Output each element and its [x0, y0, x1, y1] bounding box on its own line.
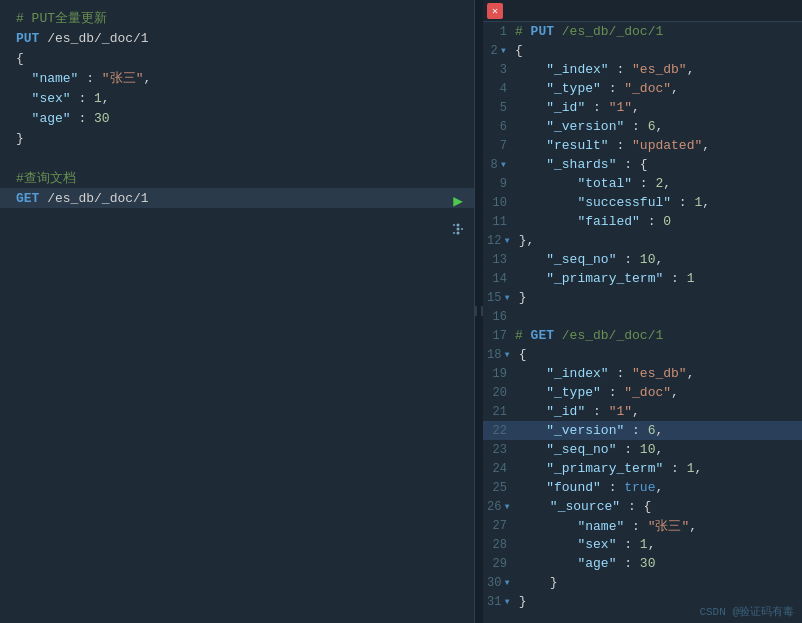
left-line-text: "age" : 30 — [16, 111, 110, 126]
right-code-line: 30 } — [483, 573, 802, 592]
line-number: 22 — [487, 424, 515, 438]
line-number: 7 — [487, 139, 515, 153]
line-number: 31 — [487, 594, 519, 609]
line-code-content: "_shards" : { — [515, 157, 648, 172]
right-code-line: 24 "_primary_term" : 1, — [483, 459, 802, 478]
line-number: 1 — [487, 25, 515, 39]
line-code-content: "result" : "updated", — [515, 138, 710, 153]
svg-point-0 — [457, 224, 460, 227]
line-number: 3 — [487, 63, 515, 77]
line-number: 29 — [487, 557, 515, 571]
left-code-line: PUT /es_db/_doc/1 — [0, 28, 474, 48]
left-toolbar: ▶ — [442, 185, 474, 245]
svg-point-1 — [457, 228, 460, 231]
http-method: PUT — [16, 31, 47, 46]
close-button[interactable]: ✕ — [487, 3, 503, 19]
right-code-area: 1# PUT /es_db/_doc/12{3 "_index" : "es_d… — [483, 22, 802, 623]
left-line-text: GET /es_db/_doc/1 — [16, 191, 149, 206]
config-button[interactable] — [446, 217, 470, 241]
line-code-content: "_type" : "_doc", — [515, 81, 679, 96]
line-number: 8 — [487, 157, 515, 172]
left-code-line: { — [0, 48, 474, 68]
right-code-line: 9 "total" : 2, — [483, 174, 802, 193]
right-code-line: 1# PUT /es_db/_doc/1 — [483, 22, 802, 41]
left-line-text: # PUT全量更新 — [16, 9, 107, 27]
right-code-line: 17# GET /es_db/_doc/1 — [483, 326, 802, 345]
right-code-line: 10 "successful" : 1, — [483, 193, 802, 212]
left-line-text: { — [16, 51, 24, 66]
line-number: 9 — [487, 177, 515, 191]
line-code-content: "age" : 30 — [515, 556, 655, 571]
line-number: 2 — [487, 43, 515, 58]
line-number: 4 — [487, 82, 515, 96]
left-line-text: #查询文档 — [16, 169, 76, 187]
line-number: 5 — [487, 101, 515, 115]
left-code-line: } — [0, 128, 474, 148]
line-code-content: "_version" : 6, — [515, 119, 663, 134]
line-code-content: # GET /es_db/_doc/1 — [515, 328, 663, 343]
svg-point-2 — [457, 232, 460, 235]
watermark: CSDN @验证码有毒 — [699, 604, 794, 619]
left-code-line: "age" : 30 — [0, 108, 474, 128]
line-code-content: "_index" : "es_db", — [515, 62, 694, 77]
line-code-content: "_id" : "1", — [515, 404, 640, 419]
right-code-line: 29 "age" : 30 — [483, 554, 802, 573]
left-line-text: } — [16, 131, 24, 146]
line-number: 30 — [487, 575, 519, 590]
line-code-content: # PUT /es_db/_doc/1 — [515, 24, 663, 39]
line-number: 11 — [487, 215, 515, 229]
line-code-content: "name" : "张三", — [515, 517, 697, 535]
line-code-content: { — [519, 347, 527, 362]
line-code-content: } — [519, 594, 527, 609]
line-code-content: "successful" : 1, — [515, 195, 710, 210]
http-path: /es_db/_doc/1 — [47, 31, 148, 46]
right-code-line: 14 "_primary_term" : 1 — [483, 269, 802, 288]
line-code-content: "total" : 2, — [515, 176, 671, 191]
right-code-line: 20 "_type" : "_doc", — [483, 383, 802, 402]
left-code-line: #查询文档 — [0, 168, 474, 188]
line-code-content: "_source" : { — [519, 499, 652, 514]
left-code-line: # PUT全量更新 — [0, 8, 474, 28]
run-button[interactable]: ▶ — [446, 189, 470, 213]
right-code-line: 8 "_shards" : { — [483, 155, 802, 174]
right-code-line: 4 "_type" : "_doc", — [483, 79, 802, 98]
line-code-content: "_seq_no" : 10, — [515, 442, 663, 457]
line-number: 25 — [487, 481, 515, 495]
line-number: 19 — [487, 367, 515, 381]
right-code-line: 22 "_version" : 6, — [483, 421, 802, 440]
line-number: 27 — [487, 519, 515, 533]
left-code-line: "name" : "张三", — [0, 68, 474, 88]
right-code-line: 5 "_id" : "1", — [483, 98, 802, 117]
line-number: 10 — [487, 196, 515, 210]
http-path: /es_db/_doc/1 — [47, 191, 148, 206]
line-number: 24 — [487, 462, 515, 476]
right-code-line: 2{ — [483, 41, 802, 60]
right-code-line: 6 "_version" : 6, — [483, 117, 802, 136]
line-code-content: "_version" : 6, — [515, 423, 663, 438]
line-code-content: "_index" : "es_db", — [515, 366, 694, 381]
left-line-text: "sex" : 1, — [16, 91, 110, 106]
panel-divider[interactable]: || — [475, 0, 483, 623]
line-code-content: "failed" : 0 — [515, 214, 671, 229]
line-code-content: } — [519, 575, 558, 590]
line-number: 6 — [487, 120, 515, 134]
left-code-line: GET /es_db/_doc/1 — [0, 188, 474, 208]
left-code-area: # PUT全量更新PUT /es_db/_doc/1{ "name" : "张三… — [0, 0, 474, 623]
right-code-line: 13 "_seq_no" : 10, — [483, 250, 802, 269]
line-number: 26 — [487, 499, 519, 514]
line-number: 12 — [487, 233, 519, 248]
line-code-content: { — [515, 43, 523, 58]
right-code-line: 27 "name" : "张三", — [483, 516, 802, 535]
line-code-content: } — [519, 290, 527, 305]
line-number: 21 — [487, 405, 515, 419]
right-code-line: 11 "failed" : 0 — [483, 212, 802, 231]
line-number: 20 — [487, 386, 515, 400]
left-editor-panel: # PUT全量更新PUT /es_db/_doc/1{ "name" : "张三… — [0, 0, 475, 623]
right-code-line: 18{ — [483, 345, 802, 364]
line-number: 14 — [487, 272, 515, 286]
line-number: 13 — [487, 253, 515, 267]
right-code-line: 19 "_index" : "es_db", — [483, 364, 802, 383]
line-code-content: "_primary_term" : 1, — [515, 461, 702, 476]
right-code-line: 28 "sex" : 1, — [483, 535, 802, 554]
line-number: 17 — [487, 329, 515, 343]
